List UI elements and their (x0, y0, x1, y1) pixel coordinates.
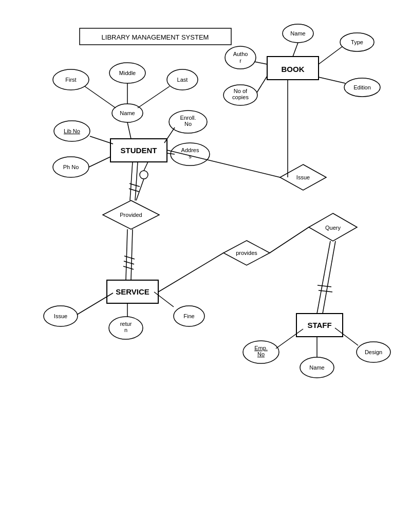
title-text: LIBRARY MANAGEMENT SYSTEM (102, 33, 209, 41)
student-circle-line (144, 162, 148, 171)
service-return-label: retur (120, 321, 132, 327)
student-enroll-label: Enroll. (180, 115, 196, 121)
student-provided-line1 (130, 162, 133, 200)
tick4 (124, 261, 134, 264)
query-provides-line (270, 227, 309, 253)
student-name-line (127, 122, 131, 139)
student-phno-line (89, 157, 110, 167)
staff-empno-label2: No (257, 351, 265, 357)
student-provided-line2 (135, 162, 138, 200)
circle-provided-line (136, 179, 144, 200)
book-name-line (293, 43, 298, 57)
staff-empno-label: Emp. (254, 345, 268, 351)
student-phno-label: Ph No (63, 164, 79, 170)
staff-query-line1 (317, 241, 330, 314)
service-issue-label: Issue (54, 313, 67, 319)
service-provides-line (158, 253, 223, 292)
tick3 (124, 256, 135, 259)
student-enroll-line (164, 127, 175, 143)
book-nocopies-line (257, 76, 267, 93)
book-edition-label: Edition (353, 84, 371, 90)
student-libno-label: Lib No (64, 128, 80, 134)
book-edition-line (319, 77, 345, 83)
student-name-label: Name (120, 110, 135, 116)
staff-empno-line (276, 329, 303, 348)
staff-name-label: Name (309, 364, 324, 371)
student-libno-line (90, 136, 113, 144)
student-entity-label: STUDENT (121, 146, 157, 155)
book-nocopies-label: No of (234, 88, 248, 94)
book-type-line (319, 46, 343, 64)
student-enroll-label2: No (184, 121, 192, 127)
student-address-label: Addres (181, 147, 199, 153)
student-first-label: First (65, 77, 76, 83)
tick5 (123, 266, 134, 269)
provided-service-line2 (131, 229, 133, 280)
issue-diamond-label: Issue (296, 174, 310, 180)
provided-diamond-label: Provided (120, 212, 142, 218)
staff-query-line2 (323, 241, 335, 314)
book-name-label: Name (290, 30, 305, 36)
staff-entity-label: STAFF (307, 321, 331, 329)
name-last-line (138, 86, 170, 108)
book-author-label: Autho (233, 51, 248, 57)
query-diamond-label: Query (325, 225, 341, 231)
staff-design-label: Design (365, 349, 382, 355)
service-return-label2: n (124, 327, 127, 333)
student-middle-label: Middle (119, 70, 136, 76)
provided-service-line1 (126, 229, 127, 280)
book-nocopies-label2: copies (232, 94, 249, 100)
name-first-line (85, 86, 116, 108)
staff-dbar1 (317, 285, 331, 287)
book-type-label: Type (351, 39, 363, 45)
provides-diamond-label: provides (236, 250, 257, 256)
student-last-label: Last (177, 77, 188, 83)
book-author-line (254, 62, 267, 64)
staff-dbar2 (319, 290, 332, 292)
service-entity-label: SERVICE (116, 287, 150, 296)
book-entity-label: BOOK (282, 65, 305, 74)
book-author-label2: r (239, 58, 241, 64)
student-circle (140, 171, 148, 179)
service-fine-label: Fine (183, 313, 194, 319)
